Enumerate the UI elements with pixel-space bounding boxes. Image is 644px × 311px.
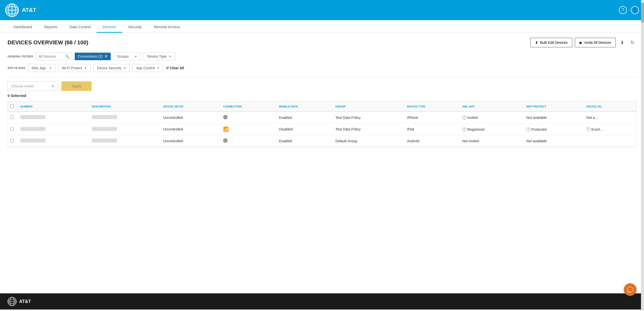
row1-device-setup-cell: Uncontrolled [161, 112, 221, 123]
row3-aml-app-cell: Not invited [460, 135, 524, 147]
chip-label: Connections (2) [78, 54, 103, 58]
apply-button[interactable]: Apply [61, 81, 92, 91]
search-input[interactable] [38, 54, 64, 58]
invite-all-button[interactable]: ▶ Invite All Devices [575, 38, 616, 47]
row1-checkbox-cell[interactable] [8, 112, 18, 123]
row2-device-security-label: Enrol... [591, 127, 602, 131]
row2-checkbox-cell[interactable] [8, 123, 18, 135]
row2-wifi-question-icon: ? [526, 127, 530, 131]
col-connection-header[interactable]: CONNECTION [221, 101, 276, 112]
nav-data-control[interactable]: Data Control [63, 22, 97, 33]
col-number-label: NUMBER [20, 105, 32, 108]
col-description-label: DESCRIPTION [92, 105, 111, 108]
col-description-header[interactable]: DESCRIPTION [89, 101, 161, 112]
row2-device-type-cell: iPad [405, 123, 460, 135]
row3-checkbox[interactable] [10, 139, 14, 142]
col-device-security-header[interactable]: DEVICE SE... [584, 101, 636, 112]
action-row: Choose Action ▼ Apply [8, 81, 636, 91]
upload-icon: ⬆ [535, 41, 538, 45]
row1-description-blurred [92, 115, 117, 119]
devices-table: NUMBER DESCRIPTION DEVICE SETUP CONNECTI… [8, 101, 636, 147]
col-device-setup-header[interactable]: DEVICE SETUP [161, 101, 221, 112]
col-mobile-data-header[interactable]: MOBILE DATA [276, 101, 333, 112]
row2-description-blurred [92, 127, 117, 131]
col-device-setup-label: DEVICE SETUP [163, 105, 184, 108]
main-content: DEVICES OVERVIEW (66 / 100) ⬆ Bulk Edit … [0, 33, 644, 293]
wifi-protect-label: Wi-Fi Protect [62, 66, 82, 70]
row2-aml-app-badge: ? Registered [462, 127, 485, 131]
groups-dropdown[interactable]: Groups ▼ [113, 52, 141, 60]
title-actions: ⬆ Bulk Edit Devices ▶ Invite All Devices… [530, 38, 636, 47]
scrollbar[interactable] [641, 0, 644, 309]
nav-security[interactable]: Security [122, 22, 148, 33]
col-group-header[interactable]: GROUP [333, 101, 405, 112]
nav-devices[interactable]: Devices [97, 22, 122, 33]
help-button[interactable]: ? [619, 6, 627, 14]
general-filters-label: GENERAL FILTERS [8, 55, 33, 58]
chat-icon [627, 286, 634, 293]
wifi-protect-chevron-icon: ▼ [84, 66, 87, 70]
row3-checkbox-cell[interactable] [8, 135, 18, 147]
device-type-dropdown[interactable]: Device Type ▼ [143, 52, 175, 60]
att-globe-icon [5, 3, 19, 17]
device-type-chevron-icon: ▼ [169, 55, 171, 58]
app-footer: AT&T [0, 293, 644, 309]
select-all-checkbox[interactable] [10, 105, 14, 108]
row1-number-cell [18, 112, 89, 123]
user-button[interactable]: 👤 [631, 6, 639, 14]
row3-description-blurred [92, 139, 117, 143]
row3-connection-cell [221, 135, 276, 147]
clear-all-label: Clear All [170, 66, 184, 70]
chip-close-icon[interactable]: ✕ [104, 54, 108, 58]
row3-number-blurred [20, 139, 46, 143]
clear-all-icon: ↺ [166, 66, 169, 70]
footer-att-globe-icon [8, 297, 17, 306]
row1-aml-app-badge: ? Invited [462, 116, 478, 120]
device-security-label: Device Security [97, 66, 121, 70]
nav-dashboard[interactable]: Dashboard [8, 22, 38, 33]
row2-checkbox[interactable] [10, 127, 14, 130]
col-device-security-label: DEVICE SE... [586, 105, 603, 108]
col-device-type-header[interactable]: DEVICE TYPE [405, 101, 460, 112]
col-number-header[interactable]: NUMBER [18, 101, 89, 112]
download-icon[interactable]: ⬇ [618, 38, 626, 47]
app-filters-label: APP FILTERS [8, 66, 25, 70]
app-control-dropdown[interactable]: App Control ▼ [132, 64, 163, 72]
groups-label: Groups [117, 54, 129, 58]
selected-number: 0 [8, 93, 10, 98]
row3-number-cell [18, 135, 89, 147]
col-aml-app-header[interactable]: AML APP [460, 101, 524, 112]
row1-number-blurred [20, 115, 46, 119]
row3-wifi-protect-cell: Not available [524, 135, 584, 147]
aml-app-dropdown[interactable]: AML App ▼ [28, 64, 56, 72]
row1-wifi-protect-cell: Not available [524, 112, 584, 123]
device-security-dropdown[interactable]: Device Security ▼ [93, 64, 130, 72]
choose-action-select[interactable]: Choose Action ▼ [8, 81, 58, 91]
header-icons: ? 👤 [619, 6, 639, 14]
nav-remote-access[interactable]: Remote Access [148, 22, 186, 33]
main-nav: Dashboard Reports Data Control Devices S… [0, 20, 644, 33]
row2-aml-question-icon: ? [462, 127, 466, 131]
search-box[interactable]: 🔍 [36, 53, 72, 60]
nav-reports[interactable]: Reports [38, 22, 63, 33]
clear-all-button[interactable]: ↺ Clear All [166, 66, 184, 70]
col-wifi-protect-label: WIFI PROTECT [526, 105, 546, 108]
wifi-protect-dropdown[interactable]: Wi-Fi Protect ▼ [58, 64, 91, 72]
connections-chip[interactable]: Connections (2) ✕ [75, 53, 111, 60]
app-control-label: App Control [136, 66, 155, 70]
chat-fab-button[interactable] [624, 283, 636, 296]
col-wifi-protect-header[interactable]: WIFI PROTECT [524, 101, 584, 112]
row2-wifi-protect-label: Protected [531, 127, 546, 131]
invite-all-label: Invite All Devices [584, 41, 611, 45]
scrollbar-thumb[interactable] [641, 3, 644, 23]
col-select-all[interactable] [8, 101, 18, 112]
bulk-edit-button[interactable]: ⬆ Bulk Edit Devices [530, 38, 572, 47]
table-row: Uncontrolled Enabled Test Data Policy iP… [8, 112, 636, 123]
row2-wifi-protect-cell: ? Protected [524, 123, 584, 135]
row2-group-cell: Test Data Policy [333, 123, 405, 135]
refresh-icon[interactable]: ↻ [629, 38, 636, 47]
row1-checkbox[interactable] [10, 116, 14, 119]
divider [8, 77, 636, 77]
device-security-chevron-icon: ▼ [124, 66, 126, 70]
page-title: DEVICES OVERVIEW (66 / 100) [8, 39, 88, 46]
